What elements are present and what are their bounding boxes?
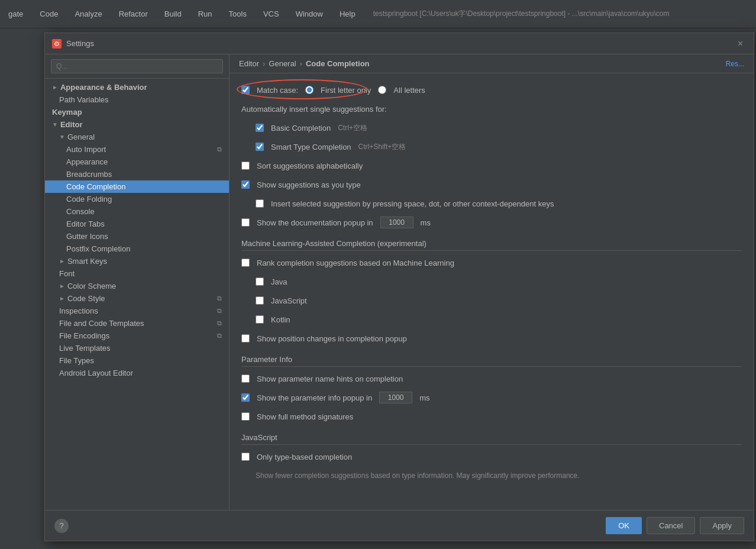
first-letter-radio[interactable] [305, 86, 314, 94]
nav-smart-keys[interactable]: ► Smart Keys [45, 255, 229, 267]
menu-analyze[interactable]: Analyze [71, 7, 105, 21]
kotlin-row: Kotlin [256, 312, 742, 327]
nav-live-templates[interactable]: Live Templates [45, 342, 229, 354]
only-type-based-desc: Show fewer completion suggestions based … [256, 472, 580, 480]
expand-arrow: ▼ [52, 121, 58, 128]
menu-vcs[interactable]: VCS [260, 7, 283, 21]
doc-popup-ms: ms [421, 218, 431, 227]
kotlin-checkbox[interactable] [256, 315, 264, 324]
show-doc-popup-checkbox[interactable] [241, 218, 250, 227]
match-case-label[interactable]: Match case: [257, 86, 298, 95]
nav-appearance-behavior[interactable]: ► Appearance & Behavior [45, 81, 229, 93]
nav-font[interactable]: Font [45, 267, 229, 280]
help-button[interactable]: ? [54, 519, 69, 533]
param-popup-ms: ms [419, 393, 429, 402]
search-input[interactable] [51, 59, 223, 73]
menu-gate[interactable]: gate [5, 7, 27, 21]
menu-build[interactable]: Build [161, 7, 185, 21]
insert-selected-checkbox[interactable] [256, 199, 264, 208]
smart-type-label[interactable]: Smart Type Completion [271, 143, 351, 151]
expand-arrow: ▼ [59, 134, 65, 140]
doc-popup-value[interactable] [380, 217, 413, 228]
show-suggestions-checkbox[interactable] [241, 180, 250, 189]
param-popup-value[interactable] [379, 392, 412, 403]
close-button[interactable]: × [734, 37, 747, 50]
javascript-ml-checkbox[interactable] [256, 296, 264, 305]
menu-run[interactable]: Run [195, 7, 216, 21]
nav-appearance[interactable]: Appearance [45, 156, 229, 168]
nav-file-code-templates[interactable]: File and Code Templates ⧉ [45, 317, 229, 330]
show-param-hints-label[interactable]: Show parameter name hints on completion [257, 374, 403, 383]
nav-auto-import[interactable]: Auto Import ⧉ [45, 143, 229, 156]
menu-tools[interactable]: Tools [225, 7, 250, 21]
apply-button[interactable]: Apply [700, 517, 744, 534]
rank-ml-label[interactable]: Rank completion suggestions based on Mac… [257, 259, 454, 267]
reset-link[interactable]: Res... [726, 60, 744, 68]
nav-editor[interactable]: ▼ Editor [45, 118, 229, 131]
nav-color-scheme[interactable]: ► Color Scheme [45, 280, 229, 292]
show-full-method-row: Show full method signatures [241, 409, 742, 424]
only-type-based-row: Only type-based completion [241, 450, 742, 464]
nav-inspections[interactable]: Inspections ⧉ [45, 305, 229, 317]
cancel-button[interactable]: Cancel [647, 517, 695, 534]
nav-code-style[interactable]: ► Code Style ⧉ [45, 292, 229, 305]
nav-item-label: Auto Import [66, 145, 106, 154]
nav-android-layout-editor[interactable]: Android Layout Editor [45, 367, 229, 379]
nav-item-label: Appearance [66, 157, 108, 166]
breadcrumb-part2: General [269, 59, 296, 68]
insert-selected-label[interactable]: Insert selected suggestion by pressing s… [271, 199, 554, 208]
java-label[interactable]: Java [271, 277, 287, 286]
javascript-section-header: JavaScript [241, 433, 742, 445]
nav-item-label: Postfix Completion [66, 244, 130, 253]
kotlin-label[interactable]: Kotlin [271, 315, 290, 324]
only-type-based-label[interactable]: Only type-based completion [257, 453, 352, 461]
sort-alphabetically-checkbox[interactable] [241, 162, 250, 170]
nav-editor-tabs[interactable]: Editor Tabs [45, 218, 229, 230]
show-position-label[interactable]: Show position changes in completion popu… [257, 334, 407, 343]
nav-console[interactable]: Console [45, 205, 229, 218]
menu-window[interactable]: Window [292, 7, 327, 21]
nav-code-completion[interactable]: Code Completion [45, 180, 229, 193]
basic-completion-checkbox[interactable] [256, 124, 264, 132]
nav-breadcrumbs[interactable]: Breadcrumbs [45, 168, 229, 180]
sort-alphabetically-label[interactable]: Sort suggestions alphabetically [257, 162, 363, 170]
copy-icon: ⧉ [217, 307, 222, 315]
match-case-checkbox[interactable] [241, 86, 250, 94]
show-doc-popup-label[interactable]: Show the documentation popup in [257, 218, 373, 227]
menu-help[interactable]: Help [336, 7, 359, 21]
nav-path-variables[interactable]: Path Variables [45, 93, 229, 106]
show-param-hints-row: Show parameter name hints on completion [241, 372, 742, 386]
menu-refactor[interactable]: Refactor [115, 7, 151, 21]
nav-file-types[interactable]: File Types [45, 354, 229, 367]
settings-sidebar: ► Appearance & Behavior Path Variables K… [45, 54, 230, 510]
show-full-method-label[interactable]: Show full method signatures [257, 412, 353, 421]
nav-general[interactable]: ▼ General [45, 131, 229, 143]
show-param-popup-label[interactable]: Show the parameter info popup in [257, 393, 372, 402]
show-param-hints-checkbox[interactable] [241, 374, 250, 383]
ide-topbar: gate Code Analyze Refactor Build Run Too… [0, 0, 756, 28]
rank-ml-checkbox[interactable] [241, 259, 250, 267]
nav-code-folding[interactable]: Code Folding [45, 193, 229, 205]
nav-item-label: Android Layout Editor [59, 369, 133, 377]
footer-right: OK Cancel Apply [606, 517, 744, 534]
show-suggestions-label[interactable]: Show suggestions as you type [257, 180, 361, 189]
nav-keymap[interactable]: Keymap [45, 106, 229, 118]
menu-code[interactable]: Code [36, 7, 62, 21]
show-position-checkbox[interactable] [241, 334, 250, 343]
nav-gutter-icons[interactable]: Gutter Icons [45, 230, 229, 243]
all-letters-radio[interactable] [378, 86, 386, 94]
insert-selected-row: Insert selected suggestion by pressing s… [256, 196, 742, 211]
settings-dialog: ⚙ Settings × ► Appearance & Behavior Pat… [44, 33, 754, 541]
all-letters-label[interactable]: All letters [393, 86, 425, 95]
first-letter-label[interactable]: First letter only [321, 86, 371, 95]
nav-postfix-completion[interactable]: Postfix Completion [45, 243, 229, 255]
smart-type-checkbox[interactable] [256, 143, 264, 151]
java-checkbox[interactable] [256, 277, 264, 286]
nav-file-encodings[interactable]: File Encodings ⧉ [45, 330, 229, 342]
basic-completion-label[interactable]: Basic Completion [271, 124, 331, 133]
show-param-popup-checkbox[interactable] [241, 393, 250, 402]
javascript-ml-label[interactable]: JavaScript [271, 296, 307, 305]
ok-button[interactable]: OK [606, 517, 642, 534]
show-full-method-checkbox[interactable] [241, 412, 250, 421]
only-type-based-checkbox[interactable] [241, 453, 250, 461]
